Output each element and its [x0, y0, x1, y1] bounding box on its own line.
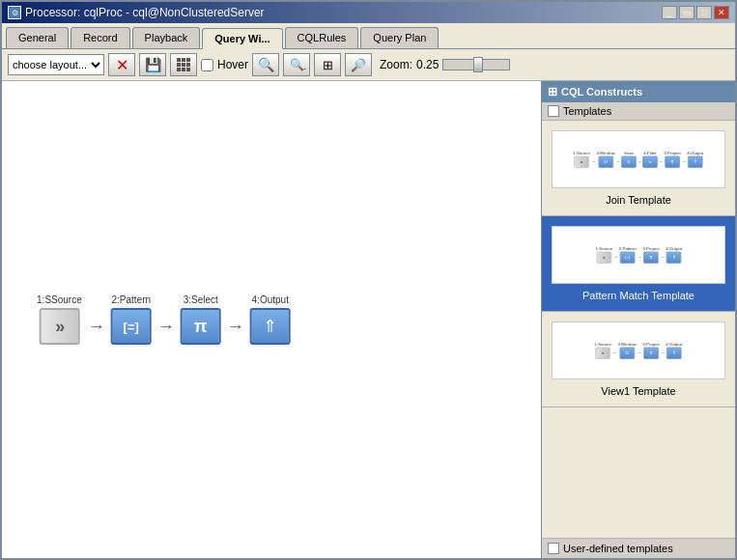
tab-general[interactable]: General [6, 27, 69, 48]
zoom-value: 0.25 [416, 58, 439, 71]
title-bar-left: ⚙ Processor: cqlProc - cql@NonClusteredS… [8, 6, 265, 19]
join-mini-flow: 1:Source » → 4:Window ⊙ → Scan ≡ [574, 151, 704, 168]
canvas-area[interactable]: 1:SSource » → 2:Pattern [=] → 3:Select [2, 81, 542, 558]
close-button[interactable]: ✕ [714, 6, 729, 19]
arrow-1: → [88, 317, 105, 337]
delete-button[interactable]: ✕ [108, 53, 135, 76]
panel-spacer [542, 407, 735, 538]
zoom-thumb[interactable] [473, 57, 483, 72]
fit-button[interactable]: ⊞ [314, 53, 341, 76]
maximize-button[interactable]: □ [696, 6, 712, 19]
v1-node-out: 4:Output ⇑ [666, 342, 683, 359]
pm-node-out: 4:Output ⇑ [666, 246, 682, 264]
join-template-canvas: 1:Source » → 4:Window ⊙ → Scan ≡ [552, 130, 725, 188]
pm-node-proj: 3:Project π [642, 246, 659, 264]
ssource-icon: » [55, 317, 63, 337]
pm-node-src: 1:Source » [595, 246, 612, 264]
hover-checkbox-group: Hover [201, 58, 248, 71]
tab-query-plan[interactable]: Query Plan [360, 27, 439, 48]
mini-node-out1: 4:Output ⇑ [688, 151, 704, 168]
view1-template-canvas: 1:Source » → 2:Window ⊙ → 3:Project π [552, 322, 725, 379]
mini-node-filter: 4:Filter σ [643, 151, 658, 168]
panel-header-icon: ⊞ [548, 85, 557, 98]
tab-record[interactable]: Record [71, 27, 129, 48]
v1-node-win: 2:Window ⊙ [618, 342, 637, 359]
view1-label: View1 Template [548, 383, 729, 401]
flow-node-output[interactable]: 4:Output ⇑ [250, 294, 291, 345]
select-box[interactable]: π [181, 308, 221, 345]
user-defined-section[interactable]: User-defined templates [542, 538, 735, 558]
panel-header: ⊞ CQL Constructs [542, 81, 735, 102]
grid-icon [177, 58, 190, 71]
pi-icon: π [194, 317, 208, 337]
v1-node-src: 1:Source » [595, 342, 612, 359]
hover-label: Hover [217, 58, 248, 71]
output-label: 4:Output [252, 294, 289, 305]
output-icon: ⇑ [263, 316, 277, 337]
user-defined-label: User-defined templates [563, 543, 673, 554]
v1-node-proj: 3:Project π [643, 342, 660, 359]
mini-node-win: 4:Window ⊙ [597, 151, 615, 168]
restore-button[interactable]: ▭ [679, 6, 694, 19]
minimize-button[interactable]: _ [662, 6, 677, 19]
zoom-area: Zoom: 0.25 [380, 58, 439, 71]
layout-select-wrapper[interactable]: choose layout... Auto Layout Manual Layo… [8, 54, 104, 75]
grid-button[interactable] [170, 53, 197, 76]
pm-node-pattern: 2 Pattern [=] [618, 246, 636, 264]
tab-playback[interactable]: Playback [132, 27, 201, 48]
toolbar: choose layout... Auto Layout Manual Layo… [2, 49, 735, 81]
tab-query-wi[interactable]: Query Wi... [202, 28, 282, 49]
save-button[interactable]: 💾 [139, 53, 166, 76]
mini-node-proj: 3:Project π [665, 151, 681, 168]
title-bar-buttons: _ ▭ □ ✕ [662, 6, 729, 19]
pattern-match-mini-flow: 1:Source » → 2 Pattern [=] → 3:Project π [595, 246, 682, 264]
layout-select[interactable]: choose layout... Auto Layout Manual Layo… [8, 54, 104, 75]
template-join[interactable]: 1:Source » → 4:Window ⊙ → Scan ≡ [542, 121, 735, 216]
main-content: 1:SSource » → 2:Pattern [=] → 3:Select [2, 81, 735, 558]
join-template-label: Join Template [548, 192, 729, 210]
zoom-label: Zoom: [380, 58, 412, 71]
zoom-in-button[interactable]: 🔍 [252, 53, 279, 76]
tabs-bar: General Record Playback Query Wi... CQLR… [2, 23, 735, 49]
mini-node-scan: Scan ≡ [622, 151, 637, 168]
ssource-box[interactable]: » [39, 308, 79, 345]
hover-checkbox[interactable] [201, 59, 213, 71]
mini-node-src1: 1:Source » [574, 151, 591, 168]
flow-node-pattern[interactable]: 2:Pattern [=] [111, 294, 152, 345]
pattern-box[interactable]: [=] [111, 308, 152, 345]
user-defined-expand-icon[interactable] [548, 543, 559, 554]
flow-node-ssource[interactable]: 1:SSource » [37, 294, 82, 345]
flow-node-select[interactable]: 3:Select π [181, 294, 221, 345]
pattern-label: 2:Pattern [111, 294, 151, 305]
templates-section-header: Templates [542, 102, 735, 121]
view1-mini-flow: 1:Source » → 2:Window ⊙ → 3:Project π [595, 342, 683, 359]
templates-expand-icon[interactable] [548, 105, 559, 117]
pattern-match-template-canvas: 1:Source » → 2 Pattern [=] → 3:Project π [552, 226, 725, 284]
search-button[interactable]: 🔎 [345, 53, 372, 76]
zoom-out-button[interactable]: 🔍- [283, 53, 310, 76]
processor-icon: ⚙ [8, 6, 21, 19]
panel-header-title: CQL Constructs [561, 86, 642, 98]
zoom-slider[interactable] [442, 59, 510, 70]
title-bar: ⚙ Processor: cqlProc - cql@NonClusteredS… [2, 2, 735, 23]
pattern-match-label: Pattern Match Template [548, 288, 729, 305]
flow-container: 1:SSource » → 2:Pattern [=] → 3:Select [37, 294, 291, 345]
ssource-label: 1:SSource [37, 294, 82, 305]
output-box[interactable]: ⇑ [250, 308, 291, 345]
template-pattern-match[interactable]: 1:Source » → 2 Pattern [=] → 3:Project π [542, 216, 735, 312]
template-view1[interactable]: 1:Source » → 2:Window ⊙ → 3:Project π [542, 312, 735, 407]
right-panel: ⊞ CQL Constructs Templates 1:Source » → [542, 81, 735, 558]
arrow-2: → [157, 317, 175, 337]
templates-label: Templates [563, 105, 611, 117]
arrow-3: → [227, 317, 244, 337]
window-title: Processor: cqlProc - cql@NonClusteredSer… [25, 6, 265, 19]
pattern-icon: [=] [124, 320, 139, 334]
select-label: 3:Select [184, 294, 218, 305]
tab-cqlrules[interactable]: CQLRules [285, 27, 359, 48]
main-window: ⚙ Processor: cqlProc - cql@NonClusteredS… [0, 0, 737, 560]
